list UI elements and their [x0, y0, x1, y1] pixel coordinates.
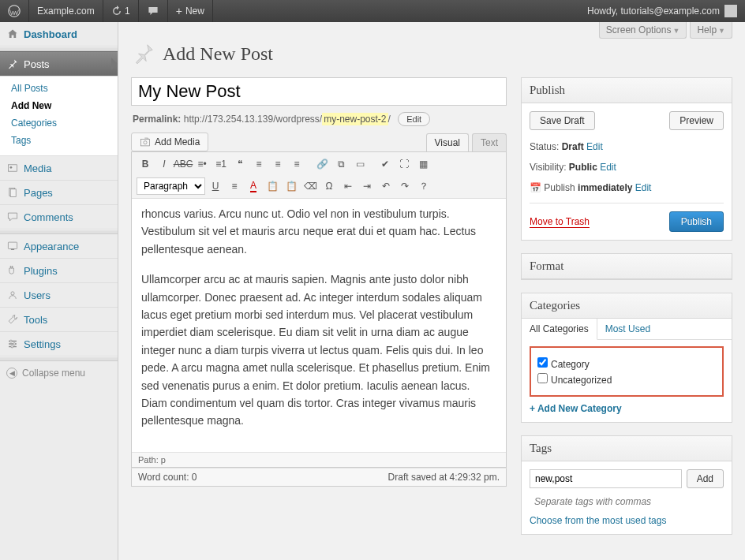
blockquote-button[interactable]: ❝: [231, 155, 249, 173]
format-title: Format: [522, 254, 732, 279]
site-name[interactable]: Example.com: [29, 0, 103, 22]
clear-format-button[interactable]: ⌫: [301, 177, 319, 195]
help-tab[interactable]: Help▼: [690, 22, 732, 39]
strike-button[interactable]: ABC: [174, 155, 192, 173]
more-button[interactable]: ▭: [351, 155, 369, 173]
comments-bubble[interactable]: [139, 0, 168, 22]
users-icon: [6, 289, 19, 301]
category-checkbox[interactable]: [537, 357, 548, 368]
permalink-base: http://173.254.13.139/wordpress/: [184, 114, 322, 125]
underline-button[interactable]: U: [207, 177, 224, 195]
format-box: Format: [521, 253, 732, 280]
screen-options-tab[interactable]: Screen Options▼: [599, 22, 687, 39]
italic-button[interactable]: I: [155, 155, 173, 173]
tab-visual[interactable]: Visual: [426, 133, 469, 151]
svg-rect-6: [11, 249, 14, 250]
edit-visibility-link[interactable]: Edit: [600, 162, 616, 173]
unlink-button[interactable]: ⧉: [332, 155, 350, 173]
menu-dashboard[interactable]: Dashboard: [0, 22, 118, 47]
editor-content[interactable]: rhoncus varius. Arcu nunc ut. Odio vel n…: [132, 199, 506, 452]
edit-schedule-link[interactable]: Edit: [635, 182, 652, 193]
publish-button[interactable]: Publish: [669, 211, 724, 232]
align-center-button[interactable]: ≡: [269, 155, 286, 173]
permalink-slug[interactable]: my-new-post-2: [322, 113, 387, 125]
svg-rect-4: [10, 189, 16, 197]
textcolor-button[interactable]: A: [245, 177, 262, 195]
preview-button[interactable]: Preview: [669, 111, 724, 130]
charmap-button[interactable]: Ω: [320, 177, 338, 195]
plugins-icon: [6, 264, 19, 277]
comment-icon: [6, 211, 19, 223]
spellcheck-button[interactable]: ✔: [376, 155, 394, 173]
category-item[interactable]: Category: [537, 356, 716, 371]
fullscreen-button[interactable]: ⛶: [395, 155, 413, 173]
draft-saved: Draft saved at 4:29:32 pm.: [388, 472, 500, 483]
editor-statusbar: Word count: 0 Draft saved at 4:29:32 pm.: [131, 468, 507, 487]
post-title-input[interactable]: [131, 77, 507, 106]
content-paragraph: rhoncus varius. Arcu nunc ut. Odio vel n…: [141, 205, 496, 258]
bold-button[interactable]: B: [137, 155, 154, 173]
page-title: Add New Post: [131, 41, 732, 66]
submenu-all-posts[interactable]: All Posts: [0, 80, 118, 97]
format-select[interactable]: Paragraph: [137, 177, 205, 195]
avatar: [724, 5, 737, 17]
post-sidebar: Publish Save Draft Preview Status: Draft…: [521, 77, 732, 547]
kitchensink-button[interactable]: ▦: [414, 155, 432, 173]
pin-icon: [6, 58, 19, 70]
submenu-categories[interactable]: Categories: [0, 114, 118, 132]
save-draft-button[interactable]: Save Draft: [530, 111, 595, 130]
categories-box: Categories All Categories Most Used Cate…: [521, 293, 732, 423]
menu-users[interactable]: Users: [0, 283, 118, 308]
svg-point-7: [11, 292, 14, 295]
editor-toolbar: B I ABC ≡• ≡1 ❝ ≡ ≡ ≡ 🔗 ⧉ ▭ ✔: [132, 152, 506, 199]
collapse-menu[interactable]: ◀Collapse menu: [0, 361, 118, 385]
submenu-tags[interactable]: Tags: [0, 132, 118, 149]
menu-tools[interactable]: Tools: [0, 308, 118, 332]
edit-status-link[interactable]: Edit: [586, 141, 603, 152]
publish-title: Publish: [522, 78, 732, 103]
permalink-label: Permalink:: [133, 114, 181, 125]
howdy-account[interactable]: Howdy, tutorials@example.com: [579, 0, 745, 22]
tab-all-categories[interactable]: All Categories: [522, 319, 597, 340]
tab-most-used[interactable]: Most Used: [597, 319, 658, 339]
menu-comments[interactable]: Comments: [0, 205, 118, 230]
add-new-category-link[interactable]: + Add New Category: [530, 403, 622, 414]
admin-bar: Example.com 1 +New Howdy, tutorials@exam…: [0, 0, 745, 22]
updates[interactable]: 1: [103, 0, 139, 22]
add-media-button[interactable]: Add Media: [131, 133, 208, 151]
align-left-button[interactable]: ≡: [250, 155, 268, 173]
link-button[interactable]: 🔗: [313, 155, 331, 173]
redo-button[interactable]: ↷: [396, 177, 414, 195]
ul-button[interactable]: ≡•: [193, 155, 211, 173]
paste-word-button[interactable]: 📋: [283, 177, 300, 195]
help-button[interactable]: ？: [415, 177, 432, 195]
paste-text-button[interactable]: 📋: [264, 177, 281, 195]
move-to-trash-link[interactable]: Move to Trash: [530, 216, 590, 228]
admin-sidebar: Dashboard Posts All Posts Add New Catego…: [0, 22, 118, 560]
menu-pages[interactable]: Pages: [0, 181, 118, 205]
category-checkbox[interactable]: [537, 373, 548, 383]
tags-input[interactable]: [530, 469, 682, 488]
permalink-edit-button[interactable]: Edit: [398, 112, 430, 126]
align-right-button[interactable]: ≡: [288, 155, 305, 173]
tags-add-button[interactable]: Add: [687, 469, 724, 488]
indent-button[interactable]: ⇥: [358, 177, 376, 195]
menu-settings[interactable]: Settings: [0, 332, 118, 357]
pushpin-icon: [131, 41, 156, 66]
tab-text[interactable]: Text: [472, 133, 507, 151]
tags-most-used-link[interactable]: Choose from the most used tags: [530, 515, 666, 526]
menu-media[interactable]: Media: [0, 156, 118, 181]
menu-posts[interactable]: Posts: [0, 51, 118, 77]
category-item[interactable]: Uncategorized: [537, 371, 716, 387]
menu-plugins[interactable]: Plugins: [0, 259, 118, 283]
new-content[interactable]: +New: [168, 0, 213, 22]
undo-button[interactable]: ↶: [377, 177, 395, 195]
camera-icon: [140, 136, 151, 147]
menu-appearance[interactable]: Appearance: [0, 234, 118, 259]
ol-button[interactable]: ≡1: [212, 155, 230, 173]
submenu-add-new[interactable]: Add New: [0, 97, 118, 114]
schedule-row: 📅 Publish immediately Edit: [530, 177, 724, 198]
justify-button[interactable]: ≡: [226, 177, 243, 195]
wp-logo[interactable]: [0, 0, 29, 22]
outdent-button[interactable]: ⇤: [339, 177, 357, 195]
